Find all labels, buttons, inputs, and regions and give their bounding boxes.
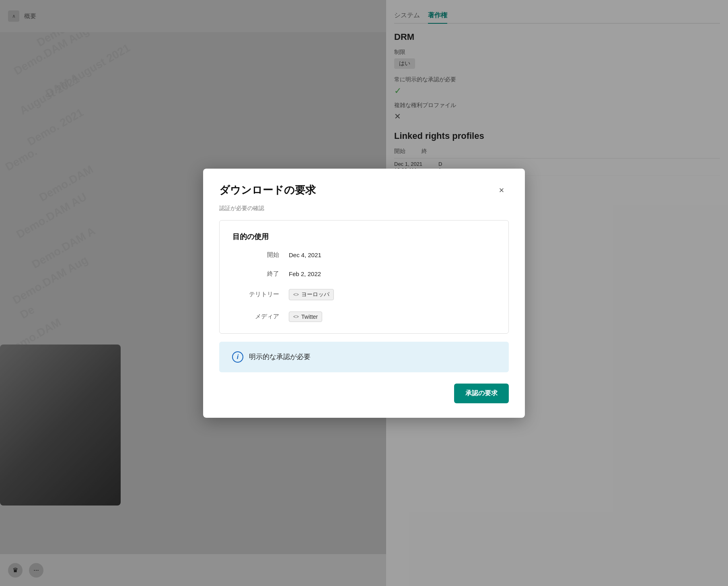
territory-chip-text: ヨーロッパ	[301, 291, 329, 298]
media-chip[interactable]: <> Twitter	[289, 312, 322, 322]
submit-approval-button[interactable]: 承認の要求	[454, 384, 509, 403]
info-banner: i 明示的な承認が必要	[219, 342, 509, 372]
media-chip-text: Twitter	[301, 314, 318, 320]
territory-row: テリトリー <> ヨーロッパ	[232, 289, 496, 300]
info-text: 明示的な承認が必要	[249, 352, 311, 361]
territory-label: テリトリー	[232, 291, 289, 298]
end-row: 終了 Feb 2, 2022	[232, 270, 496, 278]
download-request-modal: ダウンロードの要求 × 認証が必要の確認 目的の使用 開始 Dec 4, 202…	[203, 169, 525, 418]
end-value: Feb 2, 2022	[289, 270, 321, 277]
end-label: 終了	[232, 270, 289, 278]
modal-overlay: ダウンロードの要求 × 認証が必要の確認 目的の使用 開始 Dec 4, 202…	[0, 0, 728, 586]
card-section-title: 目的の使用	[232, 232, 496, 241]
info-icon: i	[232, 351, 243, 363]
start-value: Dec 4, 2021	[289, 252, 321, 258]
modal-title: ダウンロードの要求	[219, 183, 316, 197]
media-chip-icon: <>	[293, 314, 299, 320]
media-row: メディア <> Twitter	[232, 312, 496, 322]
close-button[interactable]: ×	[494, 183, 509, 198]
modal-footer: 承認の要求	[219, 384, 509, 403]
modal-subtitle: 認証が必要の確認	[219, 205, 509, 212]
start-label: 開始	[232, 251, 289, 259]
media-label: メディア	[232, 313, 289, 320]
territory-chip[interactable]: <> ヨーロッパ	[289, 289, 334, 300]
purpose-card: 目的の使用 開始 Dec 4, 2021 終了 Feb 2, 2022 テリトリ…	[219, 220, 509, 334]
start-row: 開始 Dec 4, 2021	[232, 251, 496, 259]
modal-header: ダウンロードの要求 ×	[219, 183, 509, 198]
territory-chip-icon: <>	[293, 292, 299, 297]
